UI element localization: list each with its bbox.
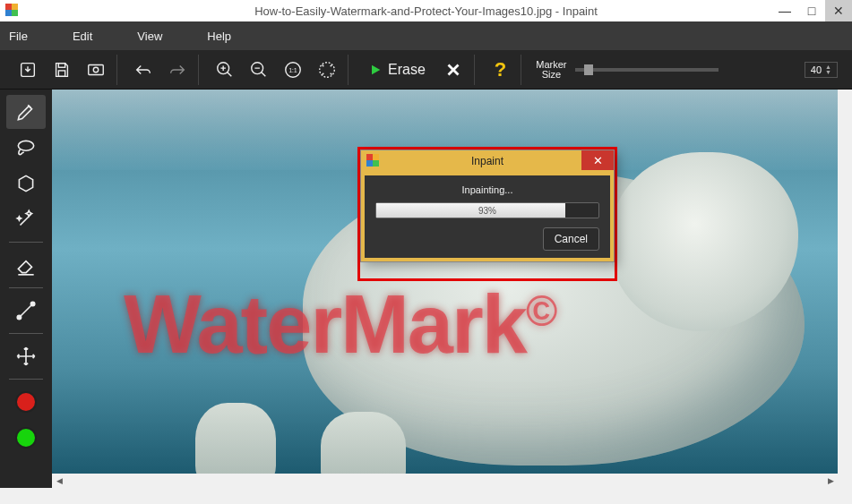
svg-text:1:1: 1:1	[289, 66, 297, 73]
zoom-in-button[interactable]	[210, 55, 240, 85]
tool-marker[interactable]	[6, 95, 46, 129]
window-titlebar: How-to-Easily-Watermark-and-Protect-Your…	[0, 0, 852, 21]
tool-move[interactable]	[6, 339, 46, 373]
svg-rect-7	[89, 64, 104, 74]
scroll-left-arrow[interactable]: ◀	[52, 474, 66, 488]
menu-help[interactable]: Help	[207, 30, 231, 43]
undo-button[interactable]	[128, 55, 159, 85]
progress-bar: 93%	[375, 202, 599, 218]
redo-button[interactable]	[162, 55, 193, 85]
save-button[interactable]	[47, 55, 77, 85]
toolbar: 1:1 Erase ? Marker Size 40 ▲▼	[0, 50, 852, 90]
tool-magic-wand[interactable]	[6, 202, 46, 236]
progress-dialog: Inpaint ✕ Inpainting... 93% Cancel	[360, 149, 615, 262]
svg-point-14	[18, 141, 33, 150]
marker-size-value[interactable]: 40 ▲▼	[805, 62, 838, 78]
sidebar-separator	[9, 333, 43, 334]
scrollbar-vertical[interactable]	[838, 90, 852, 488]
tool-lasso[interactable]	[6, 131, 46, 165]
color-green[interactable]	[6, 421, 46, 455]
statusbar	[0, 488, 852, 504]
dialog-cancel-button[interactable]: Cancel	[543, 227, 599, 251]
marker-size-slider[interactable]	[575, 68, 719, 72]
dialog-titlebar[interactable]: Inpaint ✕	[361, 150, 614, 172]
tool-polygon[interactable]	[6, 167, 46, 201]
play-icon	[368, 63, 383, 77]
app-icon	[366, 154, 379, 169]
dialog-status-text: Inpainting...	[375, 184, 599, 195]
svg-rect-19	[366, 160, 373, 167]
open-button[interactable]	[13, 55, 43, 85]
svg-point-8	[93, 67, 99, 73]
sidebar-separator	[9, 242, 43, 243]
app-icon	[5, 4, 18, 16]
zoom-out-button[interactable]	[244, 55, 274, 85]
color-red[interactable]	[6, 385, 46, 419]
window-title: How-to-Easily-Watermark-and-Protect-Your…	[254, 4, 598, 18]
clear-selection-button[interactable]	[438, 55, 469, 85]
menu-edit[interactable]: Edit	[73, 30, 92, 43]
menu-view[interactable]: View	[137, 30, 162, 43]
svg-rect-2	[5, 10, 12, 16]
progress-percent-text: 93%	[376, 203, 598, 218]
svg-rect-0	[5, 4, 12, 10]
window-close-button[interactable]: ✕	[825, 0, 852, 21]
sidebar	[0, 90, 52, 488]
menu-file[interactable]: File	[9, 30, 28, 43]
svg-rect-1	[12, 4, 18, 10]
marker-size-label: Marker Size	[536, 60, 566, 80]
tool-eraser[interactable]	[6, 248, 46, 282]
erase-button[interactable]: Erase	[359, 62, 435, 78]
slider-thumb[interactable]	[584, 64, 593, 75]
dialog-title-text: Inpaint	[471, 155, 503, 167]
svg-rect-5	[58, 63, 65, 67]
window-maximize-button[interactable]: □	[798, 0, 825, 21]
svg-rect-18	[373, 154, 379, 160]
svg-point-13	[320, 62, 335, 77]
zoom-actual-button[interactable]: 1:1	[278, 55, 308, 85]
gallery-button[interactable]	[81, 55, 111, 85]
svg-rect-3	[12, 10, 18, 16]
sidebar-separator	[9, 287, 43, 288]
svg-rect-20	[373, 160, 379, 167]
canvas-area[interactable]: WaterMark© Inpaint ✕ Inpainting... 93% C…	[52, 90, 852, 488]
tool-line[interactable]	[6, 294, 46, 328]
zoom-fit-button[interactable]	[312, 55, 342, 85]
svg-rect-6	[58, 70, 65, 75]
sidebar-separator	[9, 379, 43, 380]
help-button[interactable]: ?	[486, 58, 515, 81]
scroll-right-arrow[interactable]: ▶	[823, 474, 838, 488]
marker-size-control: Marker Size	[527, 60, 727, 80]
menubar: File Edit View Help	[0, 21, 852, 50]
dialog-close-button[interactable]: ✕	[581, 150, 614, 170]
window-minimize-button[interactable]: —	[771, 0, 798, 21]
svg-rect-17	[366, 154, 373, 160]
scrollbar-horizontal[interactable]: ◀ ▶	[52, 474, 838, 488]
watermark-text: WaterMark©	[124, 278, 555, 372]
stepper-icon[interactable]: ▲▼	[825, 64, 831, 75]
